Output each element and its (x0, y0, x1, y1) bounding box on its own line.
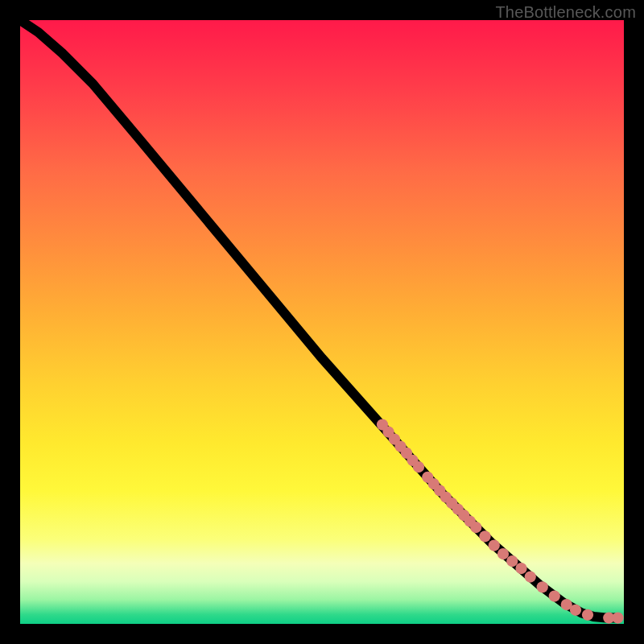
data-marker (525, 571, 536, 582)
data-marker (413, 461, 424, 473)
chart-stage: TheBottleneck.com (0, 0, 644, 644)
data-marker (506, 555, 518, 567)
data-marker (497, 548, 509, 559)
data-marker (549, 590, 560, 601)
chart-overlay (20, 20, 624, 624)
data-marker (515, 563, 526, 574)
data-marker (570, 605, 581, 616)
data-marker (612, 612, 623, 623)
attribution-watermark: TheBottleneck.com (495, 3, 636, 22)
bottleneck-curve (20, 20, 618, 618)
data-marker (479, 530, 490, 542)
data-marker (582, 609, 593, 621)
data-marker (470, 522, 481, 533)
data-markers (377, 419, 624, 623)
data-marker (489, 539, 500, 551)
data-marker (537, 581, 548, 592)
